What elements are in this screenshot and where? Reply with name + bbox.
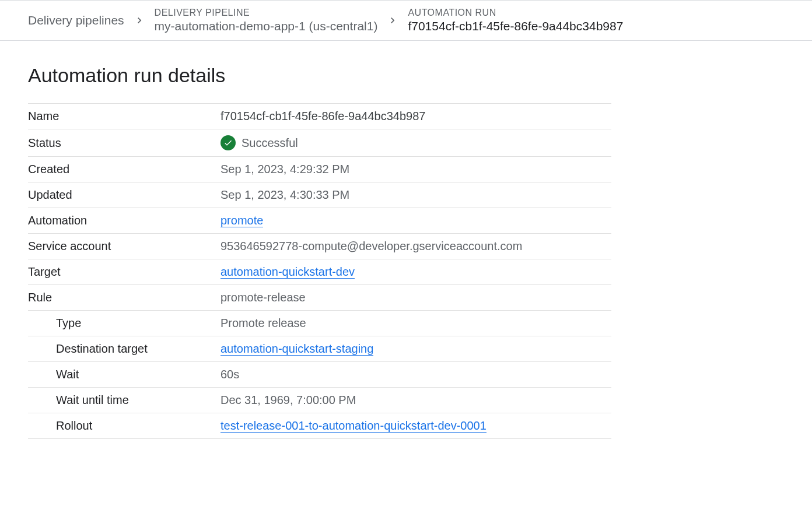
rollout-value: test-release-001-to-automation-quickstar… bbox=[220, 413, 611, 439]
dest-target-value: automation-quickstart-staging bbox=[220, 336, 611, 362]
automation-value: promote bbox=[220, 208, 611, 234]
name-label: Name bbox=[28, 104, 220, 129]
table-row: Automation promote bbox=[28, 208, 611, 234]
rule-label: Rule bbox=[28, 285, 220, 311]
dest-target-label: Destination target bbox=[28, 336, 220, 362]
service-account-label: Service account bbox=[28, 234, 220, 259]
service-account-value: 953646592778-compute@developer.gservicea… bbox=[220, 234, 611, 259]
updated-value: Sep 1, 2023, 4:30:33 PM bbox=[220, 182, 611, 208]
check-circle-icon bbox=[220, 135, 236, 150]
breadcrumb-pipeline-value: my-automation-demo-app-1 (us-central1) bbox=[155, 19, 378, 33]
target-value: automation-quickstart-dev bbox=[220, 259, 611, 285]
breadcrumb-automation-run-value: f70154cf-cb1f-45fe-86fe-9a44bc34b987 bbox=[408, 19, 623, 33]
dest-target-link[interactable]: automation-quickstart-staging bbox=[220, 342, 373, 356]
automation-link[interactable]: promote bbox=[220, 214, 263, 227]
table-row: Wait 60s bbox=[28, 362, 611, 388]
table-row: Rollout test-release-001-to-automation-q… bbox=[28, 413, 611, 439]
table-row: Status Successful bbox=[28, 129, 611, 157]
wait-until-label: Wait until time bbox=[28, 388, 220, 413]
wait-label: Wait bbox=[28, 362, 220, 388]
breadcrumb-automation-run-label: AUTOMATION RUN bbox=[408, 8, 623, 18]
breadcrumb-root-link[interactable]: Delivery pipelines bbox=[28, 13, 124, 27]
breadcrumb: Delivery pipelines DELIVERY PIPELINE my-… bbox=[0, 0, 812, 41]
table-row: Wait until time Dec 31, 1969, 7:00:00 PM bbox=[28, 388, 611, 413]
target-link[interactable]: automation-quickstart-dev bbox=[220, 265, 355, 279]
created-label: Created bbox=[28, 157, 220, 182]
rollout-label: Rollout bbox=[28, 413, 220, 439]
page-title: Automation run details bbox=[28, 64, 784, 87]
table-row: Target automation-quickstart-dev bbox=[28, 259, 611, 285]
table-row: Updated Sep 1, 2023, 4:30:33 PM bbox=[28, 182, 611, 208]
wait-value: 60s bbox=[220, 362, 611, 388]
breadcrumb-pipeline-label: DELIVERY PIPELINE bbox=[155, 8, 378, 18]
created-value: Sep 1, 2023, 4:29:32 PM bbox=[220, 157, 611, 182]
table-row: Rule promote-release bbox=[28, 285, 611, 311]
chevron-right-icon bbox=[387, 15, 398, 26]
status-text: Successful bbox=[242, 136, 298, 150]
table-row: Service account 953646592778-compute@dev… bbox=[28, 234, 611, 259]
table-row: Created Sep 1, 2023, 4:29:32 PM bbox=[28, 157, 611, 182]
table-row: Type Promote release bbox=[28, 311, 611, 336]
wait-until-value: Dec 31, 1969, 7:00:00 PM bbox=[220, 388, 611, 413]
details-table: Name f70154cf-cb1f-45fe-86fe-9a44bc34b98… bbox=[28, 103, 611, 439]
automation-label: Automation bbox=[28, 208, 220, 234]
type-value: Promote release bbox=[220, 311, 611, 336]
table-row: Destination target automation-quickstart… bbox=[28, 336, 611, 362]
breadcrumb-pipeline[interactable]: DELIVERY PIPELINE my-automation-demo-app… bbox=[155, 8, 378, 33]
updated-label: Updated bbox=[28, 182, 220, 208]
status-label: Status bbox=[28, 129, 220, 157]
main-content: Automation run details Name f70154cf-cb1… bbox=[0, 41, 812, 462]
name-value: f70154cf-cb1f-45fe-86fe-9a44bc34b987 bbox=[220, 104, 611, 129]
table-row: Name f70154cf-cb1f-45fe-86fe-9a44bc34b98… bbox=[28, 104, 611, 129]
type-label: Type bbox=[28, 311, 220, 336]
status-value: Successful bbox=[220, 129, 611, 157]
chevron-right-icon bbox=[134, 15, 145, 26]
breadcrumb-automation-run: AUTOMATION RUN f70154cf-cb1f-45fe-86fe-9… bbox=[408, 8, 623, 33]
rollout-link[interactable]: test-release-001-to-automation-quickstar… bbox=[220, 419, 487, 433]
target-label: Target bbox=[28, 259, 220, 285]
rule-value: promote-release bbox=[220, 285, 611, 311]
